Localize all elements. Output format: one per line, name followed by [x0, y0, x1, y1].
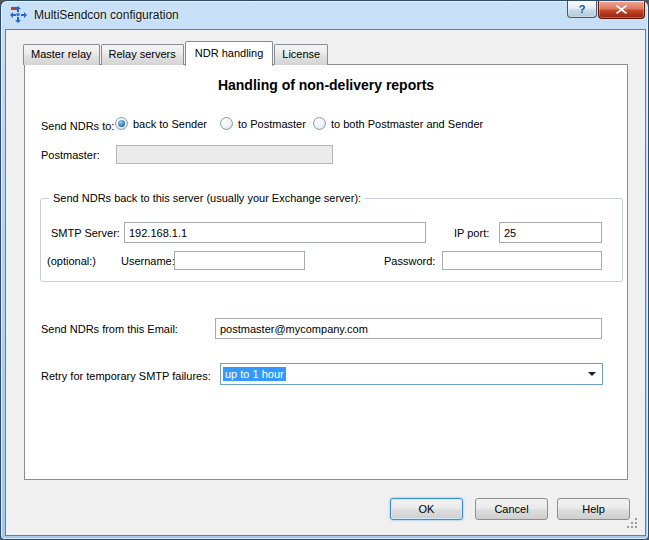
tab-ndr-handling[interactable]: NDR handling [185, 41, 273, 66]
help-icon: ? [579, 3, 586, 15]
smtp-server-field[interactable] [124, 222, 426, 243]
page-title: Handling of non-delivery reports [25, 77, 627, 93]
close-button[interactable] [598, 1, 645, 19]
ip-port-label: IP port: [454, 227, 489, 239]
ndr-handling-page: Handling of non-delivery reports Send ND… [24, 64, 628, 480]
tab-relay-servers[interactable]: Relay servers [101, 44, 184, 65]
tab-strip: Master relay Relay servers NDR handling … [23, 40, 329, 65]
retry-combobox[interactable]: up to 1 hour [220, 363, 603, 385]
from-email-label: Send NDRs from this Email: [41, 323, 178, 335]
help-button[interactable]: Help [557, 498, 630, 520]
server-groupbox-title: Send NDRs back to this server (usually y… [49, 192, 365, 204]
radio-button-icon [220, 117, 233, 130]
dropdown-arrow-icon [588, 372, 596, 376]
retry-label: Retry for temporary SMTP failures: [41, 370, 211, 382]
ip-port-field[interactable] [499, 222, 602, 243]
radio-back-to-sender[interactable]: back to Sender [115, 117, 207, 130]
app-icon [10, 6, 27, 23]
radio-label: back to Sender [133, 118, 207, 130]
smtp-server-label: SMTP Server: [51, 227, 120, 239]
radio-to-both[interactable]: to both Postmaster and Sender [313, 117, 483, 130]
tab-master-relay[interactable]: Master relay [23, 44, 100, 65]
postmaster-label: Postmaster: [41, 149, 100, 161]
username-field[interactable] [174, 251, 305, 270]
radio-to-postmaster[interactable]: to Postmaster [220, 117, 306, 130]
window-title: MultiSendcon configuration [34, 8, 179, 22]
password-label: Password: [384, 255, 435, 267]
cancel-button[interactable]: Cancel [475, 498, 548, 520]
send-ndrs-to-label: Send NDRs to: [41, 120, 114, 132]
optional-label: (optional:) [47, 255, 96, 267]
dialog-window: MultiSendcon configuration ? Master rela… [0, 0, 649, 540]
retry-selected-value: up to 1 hour [223, 367, 286, 381]
username-label: Username: [121, 255, 175, 267]
server-groupbox: Send NDRs back to this server (usually y… [40, 198, 623, 282]
tab-license[interactable]: License [274, 44, 328, 65]
ok-button[interactable]: OK [390, 498, 463, 520]
password-field[interactable] [442, 251, 602, 270]
radio-button-icon [115, 117, 128, 130]
titlebar[interactable]: MultiSendcon configuration [1, 1, 648, 28]
radio-label: to Postmaster [238, 118, 306, 130]
radio-button-icon [313, 117, 326, 130]
close-icon [616, 5, 627, 14]
from-email-field[interactable] [215, 318, 602, 339]
resize-grip[interactable] [627, 518, 639, 530]
postmaster-field [116, 145, 333, 164]
dialog-client-area: Master relay Relay servers NDR handling … [5, 29, 646, 536]
help-caption-button[interactable]: ? [567, 1, 597, 18]
radio-label: to both Postmaster and Sender [331, 118, 483, 130]
